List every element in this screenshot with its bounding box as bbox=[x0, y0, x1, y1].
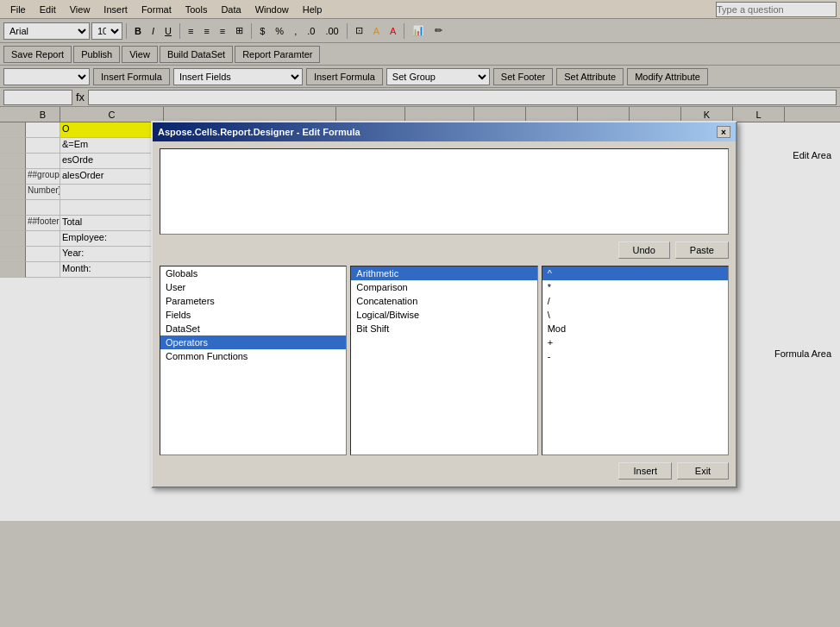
exit-button[interactable]: Exit bbox=[677, 462, 729, 480]
operators-panel: Arithmetic Comparison Concatenation Logi… bbox=[350, 266, 537, 455]
list-item[interactable]: Mod bbox=[542, 322, 728, 335]
list-item-caret[interactable]: ^ bbox=[542, 266, 728, 280]
list-item[interactable]: + bbox=[542, 335, 728, 349]
list-item[interactable]: Bit Shift bbox=[351, 322, 536, 335]
edit-formula-dialog: Aspose.Cells.Report.Designer - Edit Form… bbox=[151, 121, 737, 488]
formula-edit-area[interactable] bbox=[160, 148, 729, 235]
list-item-arithmetic[interactable]: Arithmetic bbox=[351, 266, 536, 280]
list-item[interactable]: Fields bbox=[160, 308, 346, 322]
dialog-title: Aspose.Cells.Report.Designer - Edit Form… bbox=[158, 127, 360, 137]
list-item[interactable]: \ bbox=[542, 308, 728, 322]
list-item[interactable]: Parameters bbox=[160, 294, 346, 308]
list-item[interactable]: Concatenation bbox=[351, 294, 536, 308]
insert-button[interactable]: Insert bbox=[618, 462, 672, 480]
list-item[interactable]: Globals bbox=[160, 266, 346, 280]
list-item[interactable]: * bbox=[542, 280, 728, 294]
list-area: Globals User Parameters Fields DataSet O… bbox=[160, 266, 729, 455]
paste-button[interactable]: Paste bbox=[675, 241, 729, 259]
bottom-buttons-row: Insert Exit bbox=[160, 462, 729, 480]
list-item[interactable]: Logical/Bitwise bbox=[351, 308, 536, 322]
dialog-titlebar: Aspose.Cells.Report.Designer - Edit Form… bbox=[153, 122, 736, 141]
list-item-operators[interactable]: Operators bbox=[160, 335, 346, 349]
list-item[interactable]: / bbox=[542, 294, 728, 308]
action-buttons-row: Undo Paste bbox=[160, 241, 729, 259]
list-item[interactable]: User bbox=[160, 280, 346, 294]
list-item[interactable]: DataSet bbox=[160, 322, 346, 335]
dialog-close-button[interactable]: × bbox=[717, 126, 730, 138]
dialog-body: Undo Paste Globals User Parameters Field… bbox=[153, 141, 736, 486]
undo-button[interactable]: Undo bbox=[618, 241, 670, 259]
values-panel: ^ * / \ Mod + - bbox=[542, 266, 729, 455]
categories-panel: Globals User Parameters Fields DataSet O… bbox=[160, 266, 347, 455]
list-item[interactable]: Comparison bbox=[351, 280, 536, 294]
app-container: File Edit View Insert Format Tools Data … bbox=[0, 0, 840, 627]
list-item[interactable]: - bbox=[542, 349, 728, 363]
list-item[interactable]: Common Functions bbox=[160, 349, 346, 363]
